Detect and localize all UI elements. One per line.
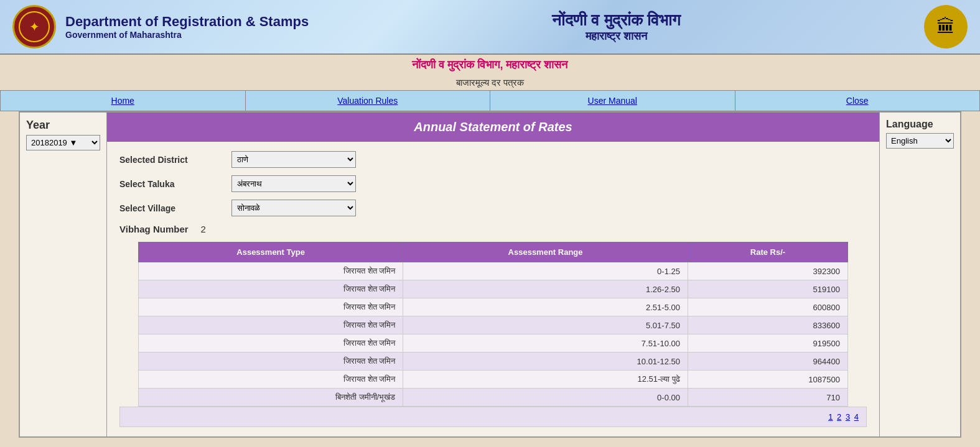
taluka-select[interactable]: अंबरनाथ [231,175,356,192]
table-row: जिरायत शेत जमिन 0-1.25 392300 [139,262,848,280]
navigation-bar: Home Valuation Rules User Manual Close [0,90,980,111]
cell-type: जिरायत शेत जमिन [139,298,403,316]
cell-type: जिरायत शेत जमिन [139,371,403,389]
dept-title-mr: नोंदणी व मुद्रांक विभाग [309,11,924,30]
cell-rate: 919500 [688,334,847,353]
nav-user-manual[interactable]: User Manual [490,91,735,111]
annual-header: Annual Statement of Rates [107,113,879,142]
cell-type: जिरायत शेत जमिन [139,353,403,371]
cell-rate: 833600 [688,316,847,334]
village-select[interactable]: सोनावळे [231,200,356,216]
vibhag-value: 2 [201,224,206,234]
year-select[interactable]: 20182019 ▼ 20172018 20162017 20152016 [26,135,100,150]
dept-logo: ✦ [12,5,56,48]
header-right: 🏛 [924,5,968,48]
cell-range: 1.26-2.50 [403,280,688,298]
site-header: ✦ Department of Registration & Stamps Go… [0,0,980,55]
table-row: जिरायत शेत जमिन 1.26-2.50 519100 [139,280,848,298]
page-1-link[interactable]: 1 [826,412,833,422]
dept-subtitle-mr: महाराष्ट्र शासन [309,30,924,43]
cell-type: जिरायत शेत जमिन [139,280,403,298]
assessment-table: Assessment Type Assessment Range Rate Rs… [138,242,848,407]
col-assessment-type: Assessment Type [139,242,403,262]
cell-range: 0-0.00 [403,389,688,407]
main-container: Year 20182019 ▼ 20172018 20162017 201520… [19,111,961,438]
page-3-link[interactable]: 3 [844,412,850,422]
page-2-link[interactable]: 2 [835,412,841,422]
vibhag-row: Vibhag Number 2 [119,224,867,234]
year-panel: Year 20182019 ▼ 20172018 20162017 201520… [20,113,107,436]
cell-rate: 600800 [688,298,847,316]
dept-subtitle-en: Government of Maharashtra [65,30,309,40]
header-text-mr: नोंदणी व मुद्रांक विभाग महाराष्ट्र शासन [309,11,924,43]
cell-type: जिरायत शेत जमिन [139,316,403,334]
pagination: 1 2 3 4 [119,407,867,427]
district-label: Selected District [119,155,231,165]
dept-title-en: Department of Registration & Stamps [65,14,309,30]
taluka-label: Select Taluka [119,179,231,189]
village-label: Select Village [119,203,231,213]
language-label: Language [886,119,954,130]
table-row: बिनशेती जमीनी/भूखंड 0-0.00 710 [139,389,848,407]
form-content: Selected District ठाणे Select Taluka अंब… [107,142,879,436]
nav-close[interactable]: Close [735,91,980,111]
page-subtitle: बाजारमूल्य दर पत्रक [0,75,980,90]
page-4-link[interactable]: 4 [852,412,859,422]
district-select[interactable]: ठाणे [231,151,356,168]
table-row: जिरायत शेत जमिन 2.51-5.00 600800 [139,298,848,316]
cell-range: 0-1.25 [403,262,688,280]
page-title: नोंदणी व मुद्रांक विभाग, महाराष्ट्र शासन [0,55,980,75]
col-rate: Rate Rs/- [688,242,847,262]
nav-valuation-rules[interactable]: Valuation Rules [246,91,491,111]
cell-range: 7.51-10.00 [403,334,688,353]
logo-inner: ✦ [19,11,50,42]
table-row: जिरायत शेत जमिन 10.01-12.50 964400 [139,353,848,371]
cell-rate: 964400 [688,353,847,371]
year-label: Year [26,119,100,132]
table-row: जिरायत शेत जमिन 5.01-7.50 833600 [139,316,848,334]
nav-home[interactable]: Home [1,91,246,111]
cell-type: बिनशेती जमीनी/भूखंड [139,389,403,407]
ashoka-emblem: 🏛 [924,5,968,48]
cell-rate: 392300 [688,262,847,280]
taluka-row: Select Taluka अंबरनाथ [119,175,867,192]
cell-range: 12.51-ल्या पुढे [403,371,688,389]
center-panel: Annual Statement of Rates Selected Distr… [107,113,879,436]
cell-rate: 1087500 [688,371,847,389]
col-assessment-range: Assessment Range [403,242,688,262]
header-left: ✦ Department of Registration & Stamps Go… [12,5,309,48]
village-row: Select Village सोनावळे [119,200,867,216]
language-panel: Language English Marathi [879,113,960,436]
cell-type: जिरायत शेत जमिन [139,334,403,353]
cell-rate: 519100 [688,280,847,298]
header-text-en: Department of Registration & Stamps Gove… [65,14,309,40]
cell-rate: 710 [688,389,847,407]
cell-range: 10.01-12.50 [403,353,688,371]
cell-type: जिरायत शेत जमिन [139,262,403,280]
table-row: जिरायत शेत जमिन 12.51-ल्या पुढे 1087500 [139,371,848,389]
vibhag-label: Vibhag Number [119,224,189,234]
language-select[interactable]: English Marathi [886,133,954,149]
district-row: Selected District ठाणे [119,151,867,168]
cell-range: 2.51-5.00 [403,298,688,316]
cell-range: 5.01-7.50 [403,316,688,334]
table-row: जिरायत शेत जमिन 7.51-10.00 919500 [139,334,848,353]
